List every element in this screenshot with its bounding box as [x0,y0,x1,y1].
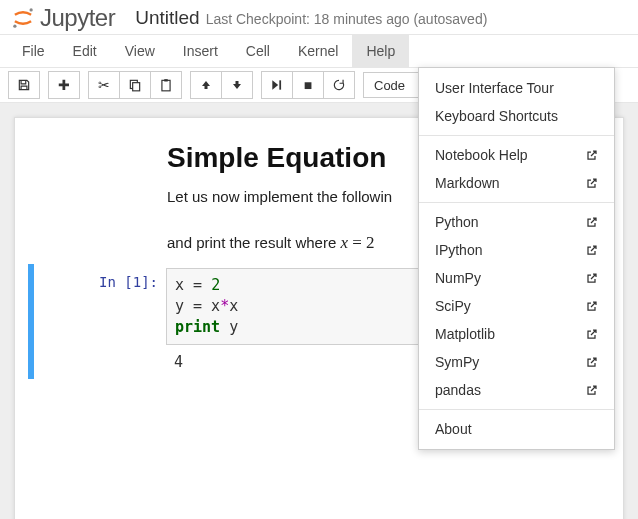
arrow-down-icon [231,79,243,91]
jupyter-logo-icon [10,5,36,31]
menu-kernel[interactable]: Kernel [284,35,352,67]
external-link-icon [586,272,598,284]
jupyter-logo[interactable]: Jupyter [10,4,115,32]
math-var: x [340,233,348,252]
menu-separator [419,409,614,410]
stop-button[interactable]: ■ [292,71,324,99]
menu-insert[interactable]: Insert [169,35,232,67]
save-icon [17,78,31,92]
external-link-icon [586,177,598,189]
svg-point-0 [30,8,33,11]
menu-separator [419,135,614,136]
external-link-icon [586,216,598,228]
notebook-title[interactable]: Untitled [135,7,199,29]
help-item-markdown[interactable]: Markdown [419,169,614,197]
help-item-about[interactable]: About [419,415,614,443]
help-item-label: IPython [435,242,482,258]
help-item-label: NumPy [435,270,481,286]
external-link-icon [586,356,598,368]
arrow-up-icon [200,79,212,91]
paste-button[interactable] [150,71,182,99]
external-link-icon [586,149,598,161]
menu-view[interactable]: View [111,35,169,67]
help-item-python[interactable]: Python [419,208,614,236]
svg-rect-3 [133,83,140,91]
move-up-button[interactable] [190,71,222,99]
help-item-label: SymPy [435,354,479,370]
run-icon [270,78,284,92]
run-button[interactable] [261,71,293,99]
paragraph-2-text: and print the result where [167,234,340,251]
math-eq: = 2 [348,233,375,252]
svg-rect-6 [279,80,281,89]
help-item-label: Keyboard Shortcuts [435,108,558,124]
external-link-icon [586,300,598,312]
help-item-sympy[interactable]: SymPy [419,348,614,376]
help-item-label: Matplotlib [435,326,495,342]
cut-button[interactable]: ✂ [88,71,120,99]
cell-output: 4 [166,349,191,375]
restart-icon [332,78,346,92]
svg-rect-5 [164,79,168,81]
svg-point-1 [13,25,16,28]
help-item-label: Python [435,214,479,230]
help-item-pandas[interactable]: pandas [419,376,614,404]
notebook-header: Jupyter Untitled Last Checkpoint: 18 min… [0,0,638,34]
help-item-user-interface-tour[interactable]: User Interface Tour [419,74,614,102]
output-prompt: . [28,349,166,375]
help-dropdown: User Interface TourKeyboard ShortcutsNot… [418,67,615,450]
help-item-keyboard-shortcuts[interactable]: Keyboard Shortcuts [419,102,614,130]
help-item-matplotlib[interactable]: Matplotlib [419,320,614,348]
move-down-button[interactable] [221,71,253,99]
copy-icon [128,78,142,92]
help-item-label: User Interface Tour [435,80,554,96]
external-link-icon [586,384,598,396]
help-item-ipython[interactable]: IPython [419,236,614,264]
add-cell-button[interactable]: ✚ [48,71,80,99]
help-item-label: About [435,421,472,437]
svg-rect-4 [162,80,170,91]
menu-cell[interactable]: Cell [232,35,284,67]
external-link-icon [586,244,598,256]
help-item-label: Markdown [435,175,500,191]
menu-help[interactable]: Help [352,35,409,67]
restart-button[interactable] [323,71,355,99]
external-link-icon [586,328,598,340]
menu-separator [419,202,614,203]
help-item-numpy[interactable]: NumPy [419,264,614,292]
menu-edit[interactable]: Edit [59,35,111,67]
menu-file[interactable]: File [8,35,59,67]
help-item-scipy[interactable]: SciPy [419,292,614,320]
logo-text: Jupyter [40,4,115,32]
input-prompt: In [1]: [28,268,166,290]
save-button[interactable] [8,71,40,99]
paste-icon [159,78,173,92]
menubar: FileEditViewInsertCellKernelHelpUser Int… [0,34,638,68]
help-item-label: Notebook Help [435,147,528,163]
help-item-label: pandas [435,382,481,398]
checkpoint-info: Last Checkpoint: 18 minutes ago (autosav… [206,11,488,27]
help-item-notebook-help[interactable]: Notebook Help [419,141,614,169]
copy-button[interactable] [119,71,151,99]
help-item-label: SciPy [435,298,471,314]
